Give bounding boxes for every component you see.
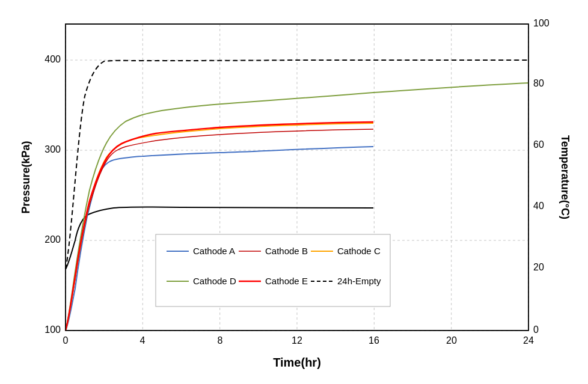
svg-text:300: 300 <box>44 144 61 154</box>
svg-text:60: 60 <box>533 139 544 150</box>
svg-text:4: 4 <box>140 335 145 346</box>
y-left-axis-label: Pressure(kPa) <box>20 141 32 213</box>
svg-text:24: 24 <box>523 335 534 346</box>
svg-text:12: 12 <box>292 335 302 346</box>
svg-text:20: 20 <box>533 262 544 272</box>
svg-text:16: 16 <box>369 335 379 346</box>
svg-text:8: 8 <box>218 335 223 346</box>
legend-cathode-c: Cathode C <box>337 246 381 256</box>
legend-cathode-b: Cathode B <box>265 246 308 256</box>
legend-24h-empty: 24h-Empty <box>337 276 381 286</box>
svg-text:0: 0 <box>533 325 539 335</box>
svg-rect-29 <box>156 234 390 306</box>
svg-text:20: 20 <box>446 335 457 346</box>
svg-text:100: 100 <box>533 18 550 28</box>
x-axis-label: Time(hr) <box>273 356 321 369</box>
legend-cathode-d: Cathode D <box>193 276 236 286</box>
svg-text:200: 200 <box>44 234 61 245</box>
y-right-axis-label: Temperature(°C) <box>559 135 571 219</box>
svg-text:40: 40 <box>533 201 544 211</box>
svg-text:400: 400 <box>44 54 61 64</box>
legend-cathode-a: Cathode A <box>193 246 235 256</box>
svg-text:0: 0 <box>63 335 69 346</box>
legend-cathode-e: Cathode E <box>265 276 308 286</box>
svg-text:100: 100 <box>44 325 61 335</box>
svg-text:80: 80 <box>533 78 544 88</box>
chart-container: 100 200 300 400 0 20 40 60 80 100 0 4 8 … <box>17 12 571 373</box>
